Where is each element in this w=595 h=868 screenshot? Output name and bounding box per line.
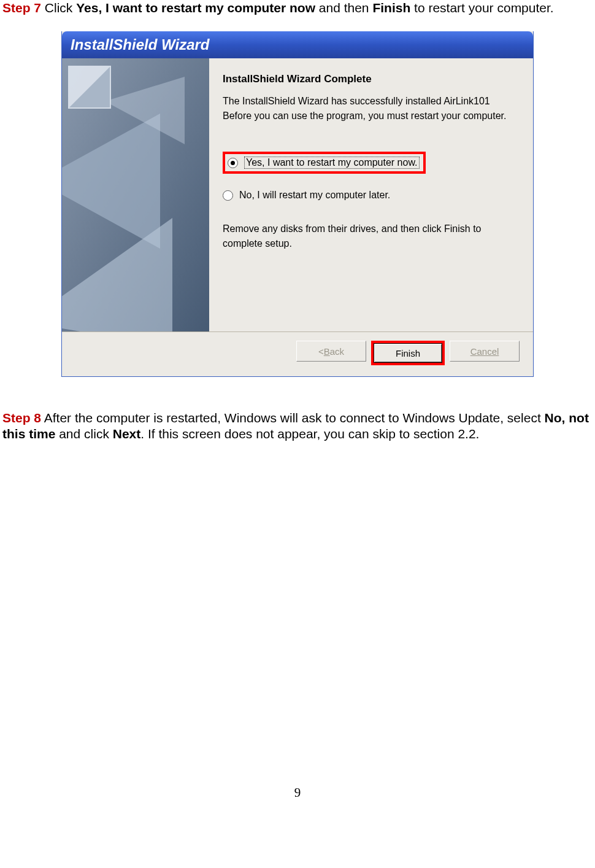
step7-label: Step 7 xyxy=(2,1,41,15)
radio-dot-icon xyxy=(231,161,235,165)
finish-highlight: Finish xyxy=(371,341,445,365)
step8-t2: and click xyxy=(55,427,112,441)
step8-t1: After the computer is restarted, Windows… xyxy=(41,411,545,425)
radio-no-label[interactable]: No, I will restart my computer later. xyxy=(239,190,390,201)
step8-t3: . If this screen does not appear, you ca… xyxy=(140,427,479,441)
step7-paragraph: Step 7 Click Yes, I want to restart my c… xyxy=(2,0,590,15)
wizard-heading: InstallShield Wizard Complete xyxy=(223,73,520,85)
wizard-remove-line2: complete setup. xyxy=(223,238,520,250)
titlebar-text: InstallShield Wizard xyxy=(71,36,210,53)
step7-bold-2: Finish xyxy=(372,1,410,15)
back-underline: B xyxy=(324,346,330,357)
wizard-desc-line1: The InstallShield Wizard has successfull… xyxy=(223,95,520,107)
finish-label: Finish xyxy=(396,348,420,358)
step8-bold2: Next xyxy=(113,427,141,441)
step7-text-2: and then xyxy=(315,1,372,15)
back-prefix: < xyxy=(318,346,324,357)
back-suffix: ack xyxy=(330,346,344,357)
step7-text-3: to restart your computer. xyxy=(410,1,553,15)
radio-yes-label[interactable]: Yes, I want to restart my computer now. xyxy=(244,157,420,169)
finish-button[interactable]: Finish xyxy=(374,343,442,363)
cancel-button: Cancel xyxy=(450,341,520,362)
wizard-content: InstallShield Wizard Complete The Instal… xyxy=(209,58,533,331)
titlebar[interactable]: InstallShield Wizard xyxy=(62,31,533,58)
radio-yes-highlight: Yes, I want to restart my computer now. xyxy=(223,152,426,174)
back-button: < Back xyxy=(296,341,366,362)
step8-label: Step 8 xyxy=(2,411,41,425)
installshield-wizard-window: InstallShield Wizard xyxy=(61,31,534,377)
step7-text-1: Click xyxy=(41,1,76,15)
step8-paragraph: Step 8 After the computer is restarted, … xyxy=(2,410,590,441)
wizard-sidebar-graphic xyxy=(62,58,209,331)
wizard-body: InstallShield Wizard Complete The Instal… xyxy=(62,58,533,331)
step7-bold-1: Yes, I want to restart my computer now xyxy=(76,1,315,15)
wizard-remove-line1: Remove any disks from their drives, and … xyxy=(223,223,520,235)
wizard-footer: < Back Finish Cancel xyxy=(62,331,533,376)
cancel-label: Cancel xyxy=(470,346,499,357)
radio-no[interactable] xyxy=(223,190,233,201)
radio-yes[interactable] xyxy=(228,158,238,168)
wizard-desc-line2: Before you can use the program, you must… xyxy=(223,110,520,122)
page-number: 9 xyxy=(0,785,595,800)
